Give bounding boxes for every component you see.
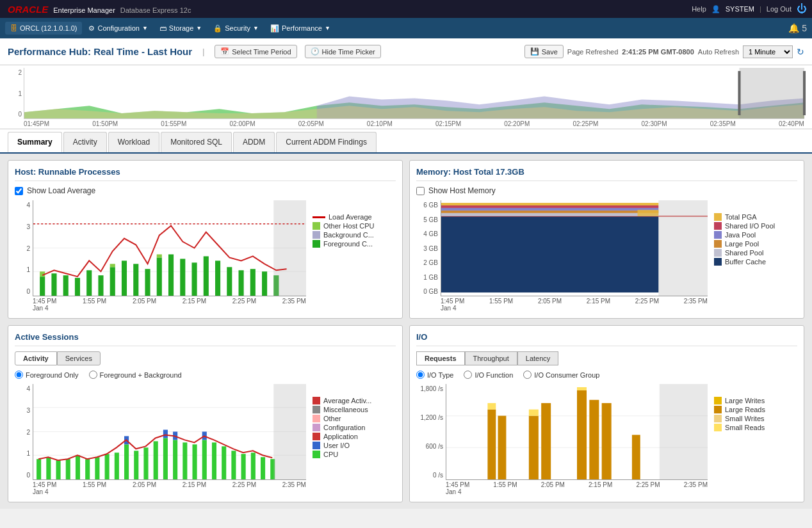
io-legend-small-writes: Small Writes: [714, 415, 797, 422]
active-sessions-radio-group: Foreground Only Foreground + Background: [15, 371, 396, 379]
svg-rect-15: [122, 260, 127, 296]
as-x-2: 1:55 PM: [83, 481, 106, 488]
page-refreshed: 💾 Save Page Refreshed 2:41:25 PM GMT-080…: [524, 45, 804, 58]
hr-y-0: 0: [26, 288, 30, 295]
svg-rect-51: [85, 459, 90, 479]
show-load-avg-row: Show Load Average: [15, 186, 396, 195]
active-sessions-chart-area: 4 3 2 1 0: [15, 384, 396, 495]
auto-refresh-select[interactable]: 1 Minute 5 Minutes Manual: [743, 45, 793, 58]
io-tab-requests[interactable]: Requests: [416, 351, 465, 365]
tl-x-9: 02:25PM: [572, 120, 598, 127]
hr-y-3: 3: [26, 223, 30, 230]
radio-io-function-input[interactable]: [464, 371, 472, 379]
nav-db[interactable]: 🗄 ORCL (12.1.0.1.0): [5, 22, 82, 35]
host-runnable-title: Host: Runnable Processes: [15, 167, 396, 181]
io-legend: Large Writes Large Reads Small Writes Sm…: [714, 397, 797, 495]
top-bar: ORACLE Enterprise Manager Database Expre…: [0, 0, 812, 18]
svg-rect-67: [241, 454, 246, 479]
tl-x-10: 02:30PM: [642, 120, 667, 127]
show-load-avg-checkbox[interactable]: [15, 187, 23, 195]
tl-x-8: 02:20PM: [504, 120, 530, 127]
radio-io-type-input[interactable]: [416, 371, 425, 379]
radio-foreground-bg[interactable]: Foreground + Background: [89, 371, 182, 379]
as-tab-activity[interactable]: Activity: [15, 351, 57, 365]
other-color: [313, 415, 320, 422]
mem-legend-large-pool: Large Pool: [714, 240, 797, 248]
tab-activity[interactable]: Activity: [63, 132, 107, 152]
nav-performance[interactable]: 📊 Performance ▼: [265, 22, 336, 35]
hide-time-picker-button[interactable]: 🕐 Hide Time Picker: [305, 45, 381, 58]
memory-legend: Total PGA Shared I/O Pool Java Pool Larg…: [714, 213, 797, 312]
tl-x-12: 02:40PM: [779, 120, 804, 127]
help-link[interactable]: Help: [692, 5, 706, 13]
hr-x-1: 1:45 PM: [33, 298, 56, 305]
svg-rect-63: [202, 440, 207, 479]
as-x-4: 2:15 PM: [183, 481, 206, 488]
svg-rect-37: [441, 211, 658, 213]
nav-perf-label: Performance: [282, 24, 322, 32]
radio-io-consumer-input[interactable]: [523, 371, 532, 379]
shared-pool-label: Shared Pool: [725, 249, 764, 257]
cpu-label: CPU: [323, 451, 338, 458]
nav-configuration[interactable]: ⚙ Configuration ▼: [83, 22, 152, 35]
svg-rect-69: [261, 457, 265, 479]
host-runnable-panel: Host: Runnable Processes Show Load Avera…: [8, 160, 403, 319]
nav-security[interactable]: 🔒 Security ▼: [208, 22, 264, 35]
radio-fg-only-input[interactable]: [15, 371, 23, 379]
tab-addm[interactable]: ADDM: [233, 132, 275, 152]
tl-x-2: 01:50PM: [92, 120, 118, 127]
tab-current-addm-findings[interactable]: Current ADDM Findings: [276, 132, 377, 152]
mem-legend-total-pga: Total PGA: [714, 213, 797, 221]
mem-x-2: 1:55 PM: [489, 298, 513, 305]
user-icon: 👤: [711, 5, 720, 13]
svg-rect-17: [145, 269, 150, 296]
small-writes-color: [714, 415, 722, 422]
save-button[interactable]: 💾 Save: [524, 45, 564, 58]
as-legend-misc: Miscellaneous: [313, 406, 396, 413]
tab-workload[interactable]: Workload: [108, 132, 159, 152]
as-tab-services[interactable]: Services: [57, 351, 101, 365]
io-tab-throughput[interactable]: Throughput: [465, 351, 517, 365]
main-content: Host: Runnable Processes Show Load Avera…: [0, 154, 812, 509]
svg-rect-85: [632, 435, 640, 479]
total-pga-color: [714, 213, 722, 221]
nav-storage[interactable]: 🗃 Storage ▼: [154, 22, 207, 35]
select-time-period-button[interactable]: 📅 Select Time Period: [215, 45, 296, 58]
buffer-cache-label: Buffer Cache: [725, 258, 766, 266]
config-color: [313, 424, 320, 431]
small-reads-color: [714, 424, 722, 431]
tab-monitored-sql[interactable]: Monitored SQL: [161, 132, 232, 152]
show-host-memory-checkbox[interactable]: [416, 187, 425, 195]
radio-io-consumer-group[interactable]: I/O Consumer Group: [523, 371, 599, 379]
radio-io-type[interactable]: I/O Type: [416, 371, 453, 379]
radio-fg-bg-input[interactable]: [89, 371, 97, 379]
tab-summary[interactable]: Summary: [8, 132, 62, 152]
as-x-6: 2:35 PM: [282, 481, 306, 488]
as-x-5: 2:25 PM: [232, 481, 256, 488]
small-writes-label: Small Writes: [725, 415, 765, 422]
mem-legend-java-pool: Java Pool: [714, 231, 797, 239]
logout-link[interactable]: Log Out: [767, 5, 792, 13]
svg-rect-78: [487, 410, 496, 479]
radio-foreground-only[interactable]: Foreground Only: [15, 371, 79, 379]
svg-rect-14: [110, 267, 115, 296]
timeline-svg: [24, 68, 804, 118]
mem-y-4gb: 4 GB: [423, 230, 438, 237]
timeline-y-2: 2: [18, 69, 22, 76]
io-tab-latency[interactable]: Latency: [517, 351, 559, 365]
refresh-icon[interactable]: ↻: [797, 47, 804, 57]
svg-rect-80: [529, 416, 539, 479]
io-y-0: 0 /s: [433, 472, 443, 479]
config-arrow-icon: ▼: [142, 25, 148, 31]
page-sep: |: [202, 47, 204, 56]
svg-rect-79: [498, 416, 507, 479]
small-reads-label: Small Reads: [725, 424, 765, 431]
io-y-1200: 1,200 /s: [420, 414, 443, 421]
large-pool-label: Large Pool: [725, 240, 759, 248]
mem-y-6gb: 6 GB: [423, 202, 438, 209]
shared-pool-color: [714, 249, 722, 257]
radio-io-function[interactable]: I/O Function: [464, 371, 513, 379]
io-chart-svg: [446, 384, 708, 479]
hr-legend-other-cpu: Other Host CPU: [313, 222, 396, 230]
io-x-sub: Jan 4: [446, 488, 461, 495]
